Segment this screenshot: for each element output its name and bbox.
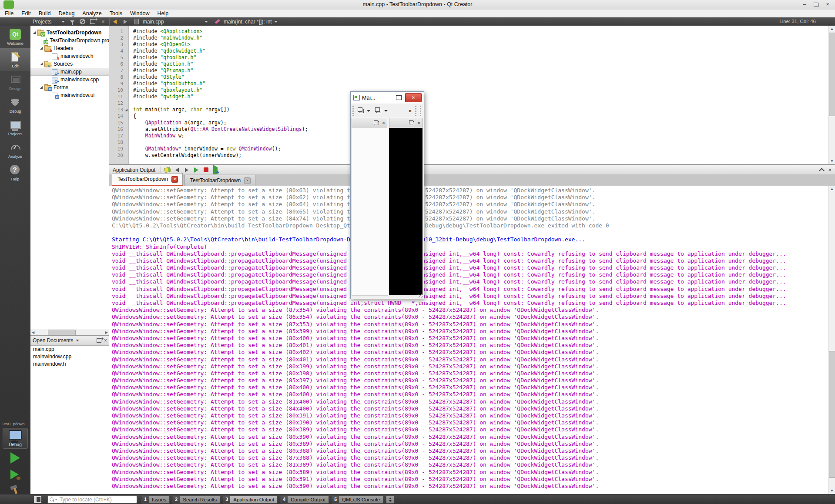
previous-item-button[interactable] [172,166,182,174]
open-document-mainwindow-cpp[interactable]: mainwindow.cpp [30,353,109,360]
editor-line[interactable]: 4#include "qdockwidget.h" [109,48,828,54]
menu-tools[interactable]: Tools [106,10,126,17]
mode-debug[interactable]: Debug [0,93,30,116]
tree-item-testtoolbardropdown[interactable]: QtTestToolbarDropdown [30,29,109,37]
tree-item-main-cpp[interactable]: C+main.cpp [30,68,109,76]
open-document-mainwindow-h[interactable]: mainwindow.h [30,360,109,368]
editor-line[interactable]: 15 QApplication a(argc, argv); [109,120,828,126]
minimize-icon[interactable]: – [384,94,392,101]
open-documents-title[interactable]: Open Documents [33,337,73,344]
tree-item-headers[interactable]: hHeaders [30,44,109,52]
menu-analyze[interactable]: Analyze [78,10,105,17]
editor-scrollbar[interactable]: ▲ ▼ [828,26,835,164]
editor-scroll-thumb[interactable] [829,33,835,116]
menu-file[interactable]: File [1,10,17,17]
close-icon[interactable]: × [825,1,831,7]
tree-item-mainwindow-h[interactable]: hmainwindow.h [30,52,109,60]
mode-help[interactable]: Help [0,161,30,184]
menu-help[interactable]: Help [153,10,172,17]
mode-projects[interactable]: Projects [0,116,30,139]
split-panel-icon[interactable] [97,338,101,343]
dock-title-bar[interactable]: × [389,118,423,128]
close-icon[interactable]: × [405,93,422,102]
file-combo-arrow-icon[interactable] [205,21,208,23]
tree-item-mainwindow-cpp[interactable]: C+mainwindow.cpp [30,76,109,83]
editor-line[interactable]: 13int main(int argc, char *argv[]) [109,107,828,113]
locator-filter-arrow-icon[interactable] [55,499,57,500]
fold-marker-icon[interactable] [125,109,127,111]
output-scrollbar[interactable]: ▲ ▼ [828,186,835,494]
mode-welcome[interactable]: Welcome [0,26,30,48]
tree-item-testtoolbardropdown-pro[interactable]: QtTestToolbarDropdown.pro [30,37,109,44]
pane-button-compile-output[interactable]: 4Compile Output [280,495,329,504]
kit-selector-button[interactable]: Debug [3,428,28,449]
editor-line[interactable]: 5#include "qtoolbar.h" [109,54,828,61]
pane-button-search-results[interactable]: 2Search Results [172,495,220,504]
dropdown-arrow-icon[interactable] [384,110,388,112]
editor-line[interactable]: 11#include "qwidget.h" [109,93,828,100]
editor-line[interactable]: 3#include <QtOpenGl> [109,41,828,48]
run-button[interactable] [10,452,20,464]
output-area[interactable]: QWindowsWindow::setGeometry: Attempt to … [109,186,835,494]
editor-line[interactable]: 2#include "mainwindow.h" [109,35,828,41]
back-icon[interactable] [113,20,117,24]
pane-combo-arrow-icon[interactable] [76,340,79,341]
mainwindow-app-window[interactable]: Mai... – × » × × [350,91,424,299]
locator[interactable] [47,495,137,504]
projects-combo-arrow-icon[interactable] [61,21,65,23]
mode-edit[interactable]: Edit [0,48,30,71]
close-dock-icon[interactable]: × [417,121,420,125]
editor-line[interactable]: 12 [109,100,828,107]
close-panel-icon[interactable]: × [104,337,107,344]
editor-line[interactable]: 14{ [109,113,828,120]
symbol-combo[interactable]: main(int, char *[]): int [224,17,278,26]
sync-with-editor-icon[interactable] [80,19,85,24]
scroll-down-icon[interactable]: ▼ [828,487,835,494]
maximize-icon[interactable] [814,3,818,7]
sidebar-toggle-icon[interactable] [34,496,41,503]
start-debugging-button[interactable] [10,470,20,479]
rerun-button[interactable] [191,166,201,174]
mode-analyze[interactable]: Analyze [0,139,30,161]
expander-icon[interactable] [40,86,43,89]
menu-window[interactable]: Window [126,10,153,17]
rerun-debug-button[interactable] [211,166,220,174]
editor-line[interactable]: 6#include "qaction.h" [109,61,828,67]
close-pane-icon[interactable]: × [828,167,832,173]
stop-button[interactable] [201,166,211,174]
expander-icon[interactable] [40,47,43,50]
output-tab-0[interactable]: TestToolbarDropdown× [112,173,183,186]
output-scroll-thumb[interactable] [829,351,835,478]
editor-line[interactable]: 16 a.setAttribute(Qt::AA_DontCreateNativ… [109,126,828,133]
tree-item-forms[interactable]: uiForms [30,83,109,91]
pane-button-application-output[interactable]: 3Application Output [223,495,278,504]
editor-line[interactable]: 18 [109,139,828,146]
editor-line[interactable]: 1#include <QApplication> [109,28,828,35]
code-editor[interactable]: 1#include <QApplication>2#include "mainw… [109,26,828,164]
hscroll-thumb[interactable] [48,330,76,335]
output-pane-arrows-button[interactable] [386,495,394,504]
forward-icon[interactable] [124,20,127,24]
close-tab-icon[interactable]: × [244,177,251,184]
close-tab-icon[interactable]: × [171,176,178,183]
dropdown-arrow-icon[interactable] [367,110,370,112]
menu-edit[interactable]: Edit [17,10,35,17]
editor-line[interactable]: 7#include "QPixmap.h" [109,67,828,74]
filter-icon[interactable] [70,20,74,23]
projects-pane-combo[interactable]: Projects [33,17,51,26]
expander-icon[interactable] [33,31,36,34]
menu-build[interactable]: Build [35,10,55,17]
cascade-windows-icon[interactable] [376,109,381,113]
maximize-icon[interactable] [396,95,402,100]
float-dock-icon[interactable] [410,121,414,125]
maximize-pane-icon[interactable] [819,168,825,174]
pane-button-qml-js-console[interactable]: 5QML/JS Console [332,495,383,504]
open-file-combo[interactable]: main.cpp [143,17,164,26]
menu-debug[interactable]: Debug [55,10,79,17]
float-dock-icon[interactable] [375,121,379,125]
mode-design[interactable]: Design [0,71,30,93]
pane-button-issues[interactable]: 1Issues [141,495,170,504]
output-tab-1[interactable]: TestToolbarDropdown× [184,175,255,186]
scroll-down-icon[interactable]: ▼ [828,158,835,164]
tree-item-mainwindow-ui[interactable]: uimainwindow.ui [30,91,109,99]
